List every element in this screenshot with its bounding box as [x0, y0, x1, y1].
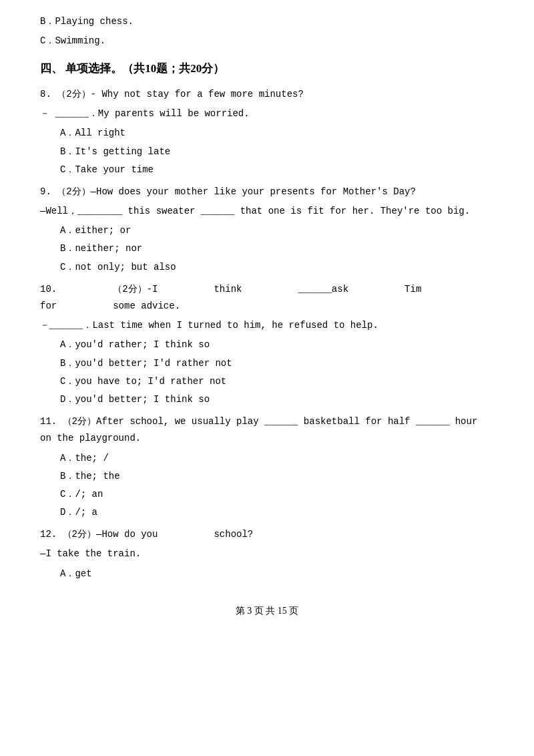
q9-choice-a: A．either; or: [60, 222, 494, 239]
q9-choice-b: B．neither; nor: [60, 240, 494, 257]
section4-header: 四、 单项选择。（共10题；共20分）: [40, 59, 494, 79]
q8-choice-a: A．All right: [60, 125, 494, 142]
question-11: 11. （2分）After school, we usually play __…: [40, 413, 494, 521]
q8-stem-line2: － ______．My parents will be worried.: [40, 106, 494, 122]
q10-stem-line1: 10. （2分）-I think ______ask Tim for some …: [40, 281, 494, 315]
q8-stem-line1: 8. （2分）- Why not stay for a few more min…: [40, 86, 494, 103]
q10-stem-line2: －______．Last time when I turned to him, …: [40, 317, 494, 334]
q8-choice-b: B．It's getting late: [60, 144, 494, 160]
question-12: 12. （2分）—How do you school? —I take the …: [40, 526, 494, 582]
question-9: 9. （2分）—How does your mother like your p…: [40, 184, 494, 276]
q9-stem-line2: —Well，________ this sweater ______ that …: [40, 203, 494, 220]
q10-choice-c: C．you have to; I'd rather not: [60, 373, 494, 390]
option-b-playing: B．Playing chess.: [40, 13, 494, 30]
q12-choice-a: A．get: [60, 566, 494, 582]
q9-choice-c: C．not only; but also: [60, 259, 494, 276]
question-10: 10. （2分）-I think ______ask Tim for some …: [40, 281, 494, 408]
q11-choice-c: C．/; an: [60, 486, 494, 503]
q11-stem-line1: 11. （2分）After school, we usually play __…: [40, 413, 494, 447]
q10-choice-a: A．you'd rather; I think so: [60, 337, 494, 353]
q10-choice-d: D．you'd better; I think so: [60, 391, 494, 408]
q11-choice-a: A．the; /: [60, 450, 494, 467]
q10-choice-b: B．you'd better; I'd rather not: [60, 355, 494, 372]
q11-choice-b: B．the; the: [60, 468, 494, 485]
q8-choice-c: C．Take your time: [60, 162, 494, 178]
q9-stem-line1: 9. （2分）—How does your mother like your p…: [40, 184, 494, 200]
option-c-swimming: C．Swimming.: [40, 33, 494, 49]
page-footer: 第 3 页 共 15 页: [40, 602, 494, 619]
q12-stem-line2: —I take the train.: [40, 546, 494, 562]
q11-choice-d: D．/; a: [60, 504, 494, 521]
question-8: 8. （2分）- Why not stay for a few more min…: [40, 86, 494, 178]
q12-stem-line1: 12. （2分）—How do you school?: [40, 526, 494, 543]
